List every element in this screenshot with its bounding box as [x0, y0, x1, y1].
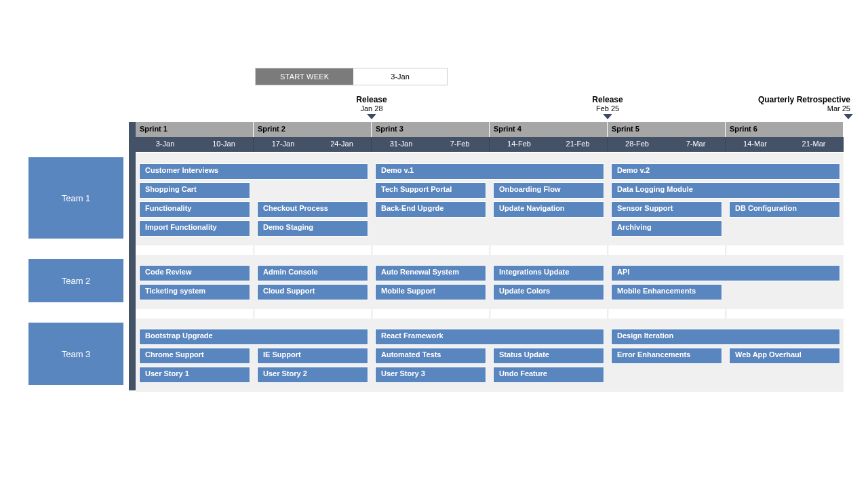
- task-bar[interactable]: Admin Console: [258, 266, 368, 281]
- milestone-date: Jan 28: [317, 104, 426, 113]
- milestone-title: Quarterly Retrospective: [742, 95, 850, 104]
- date-header-cell: 3-Jan: [136, 137, 195, 152]
- date-header-cell: 21-Mar: [785, 137, 844, 152]
- swimlane-team-2: Code ReviewTicketing systemAdmin Console…: [136, 255, 844, 309]
- task-bar[interactable]: Web App Overhaul: [730, 348, 840, 363]
- task-bar[interactable]: Integrations Update: [494, 266, 604, 281]
- task-bar[interactable]: Update Colors: [494, 285, 604, 300]
- start-week-label: START WEEK: [256, 68, 353, 85]
- sprint-header-4: Sprint 4: [490, 122, 608, 137]
- task-bar[interactable]: Ticketing system: [140, 285, 250, 300]
- sprint-header-2: Sprint 2: [254, 122, 372, 137]
- team-label-3: Team 3: [28, 323, 123, 385]
- milestone-marker: Quarterly RetrospectiveMar 25: [742, 95, 850, 119]
- milestone-marker: ReleaseJan 28: [317, 95, 426, 119]
- task-bar[interactable]: Mobile Support: [376, 285, 486, 300]
- task-bar[interactable]: IE Support: [258, 348, 368, 363]
- milestone-title: Release: [553, 95, 662, 104]
- task-bar[interactable]: Mobile Enhancements: [612, 285, 722, 300]
- task-bar[interactable]: React Framework: [376, 329, 604, 344]
- plan-area: Customer InterviewsShopping CartFunction…: [136, 152, 844, 390]
- task-bar[interactable]: Archiving: [612, 221, 722, 236]
- task-bar[interactable]: Checkout Process: [258, 202, 368, 217]
- task-bar[interactable]: Undo Feature: [494, 367, 604, 382]
- task-bar[interactable]: Import Functionality: [140, 221, 250, 236]
- task-bar[interactable]: Code Review: [140, 266, 250, 281]
- task-bar[interactable]: Tech Support Portal: [376, 183, 486, 198]
- date-header-cell: 21-Feb: [549, 137, 608, 152]
- milestone-title: Release: [317, 95, 426, 104]
- swimlane-team-1: Customer InterviewsShopping CartFunction…: [136, 153, 844, 245]
- date-header-cell: 24-Jan: [313, 137, 372, 152]
- date-header-cell: 14-Mar: [726, 137, 785, 152]
- task-bar[interactable]: Demo v.2: [612, 164, 840, 179]
- date-header-cell: 7-Feb: [431, 137, 490, 152]
- milestone-marker: ReleaseFeb 25: [553, 95, 662, 119]
- milestone-date: Mar 25: [742, 104, 850, 113]
- task-bar[interactable]: API: [612, 266, 840, 281]
- milestone-date: Feb 25: [553, 104, 662, 113]
- task-bar[interactable]: Bootstrap Upgrade: [140, 329, 368, 344]
- sprint-header-5: Sprint 5: [608, 122, 726, 137]
- start-week-control: START WEEK 3-Jan: [255, 68, 448, 85]
- task-bar[interactable]: Demo v.1: [376, 164, 604, 179]
- date-header-cell: 17-Jan: [254, 137, 313, 152]
- start-week-value[interactable]: 3-Jan: [353, 68, 447, 85]
- task-bar[interactable]: Status Update: [494, 348, 604, 363]
- gantt-grid: Sprint 1Sprint 2Sprint 3Sprint 4Sprint 5…: [136, 122, 844, 390]
- team-label-2: Team 2: [28, 259, 123, 302]
- task-bar[interactable]: User Story 3: [376, 367, 486, 382]
- date-header-cell: 28-Feb: [608, 137, 667, 152]
- task-bar[interactable]: Chrome Support: [140, 348, 250, 363]
- task-bar[interactable]: DB Configuration: [730, 202, 840, 217]
- milestone-pointer-icon: [367, 114, 376, 119]
- date-header-cell: 14-Feb: [490, 137, 549, 152]
- milestone-pointer-icon: [844, 114, 853, 119]
- task-bar[interactable]: Customer Interviews: [140, 164, 368, 179]
- swimlane-team-3: Bootstrap UpgradeChrome SupportUser Stor…: [136, 319, 844, 392]
- lane-divider: [136, 245, 844, 255]
- task-bar[interactable]: Error Enhancements: [612, 348, 722, 363]
- milestone-pointer-icon: [603, 114, 612, 119]
- task-bar[interactable]: Cloud Support: [258, 285, 368, 300]
- sprint-header-3: Sprint 3: [372, 122, 490, 137]
- task-bar[interactable]: Update Navigation: [494, 202, 604, 217]
- lane-divider: [136, 309, 844, 319]
- task-bar[interactable]: User Story 2: [258, 367, 368, 382]
- task-bar[interactable]: Auto Renewal System: [376, 266, 486, 281]
- sprint-header-6: Sprint 6: [726, 122, 844, 137]
- task-bar[interactable]: Data Logging Module: [612, 183, 840, 198]
- gantt-left-edge: [129, 122, 136, 390]
- sprint-header-row: Sprint 1Sprint 2Sprint 3Sprint 4Sprint 5…: [136, 122, 844, 137]
- task-bar[interactable]: Demo Staging: [258, 221, 368, 236]
- task-bar[interactable]: Shopping Cart: [140, 183, 250, 198]
- task-bar[interactable]: Automated Tests: [376, 348, 486, 363]
- task-bar[interactable]: Onboarding Flow: [494, 183, 604, 198]
- task-bar[interactable]: Back-End Upgrde: [376, 202, 486, 217]
- task-bar[interactable]: User Story 1: [140, 367, 250, 382]
- sprint-header-1: Sprint 1: [136, 122, 254, 137]
- task-bar[interactable]: Sensor Support: [612, 202, 722, 217]
- date-header-cell: 10-Jan: [195, 137, 254, 152]
- task-bar[interactable]: Functionality: [140, 202, 250, 217]
- date-header-row: 3-Jan10-Jan17-Jan24-Jan31-Jan7-Feb14-Feb…: [136, 137, 844, 152]
- task-bar[interactable]: Design Iteration: [612, 329, 840, 344]
- date-header-cell: 7-Mar: [667, 137, 726, 152]
- team-label-1: Team 1: [28, 157, 123, 239]
- date-header-cell: 31-Jan: [372, 137, 431, 152]
